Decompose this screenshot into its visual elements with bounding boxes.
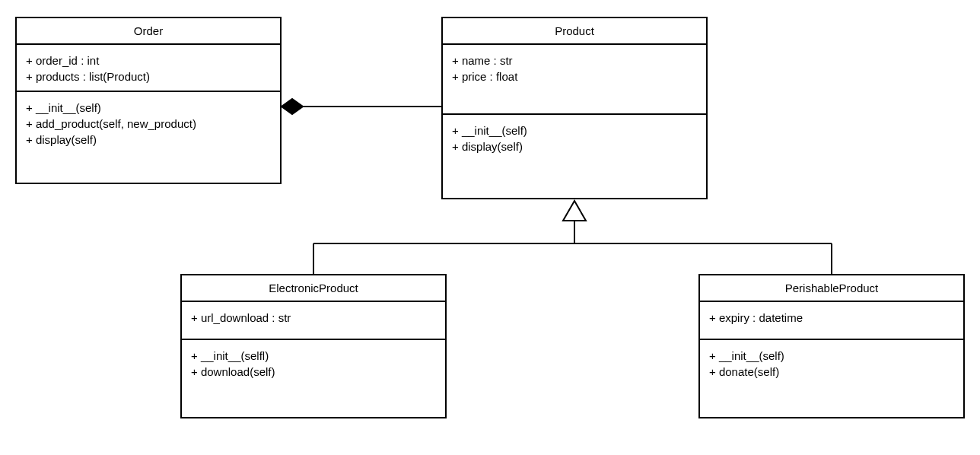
class-electronic-product: ElectronicProduct + url_download : str +… xyxy=(180,274,447,418)
class-order-attributes: + order_id : int + products : list(Produ… xyxy=(17,45,280,92)
relation-order-product-composition xyxy=(282,91,441,122)
class-order: Order + order_id : int + products : list… xyxy=(15,17,282,184)
class-perishable-title: PerishableProduct xyxy=(700,275,963,302)
method-line: + display(self) xyxy=(452,138,697,154)
method-line: + display(self) xyxy=(26,132,271,148)
method-line: + __init__(self) xyxy=(709,348,954,364)
attr-line: + order_id : int xyxy=(26,52,271,68)
class-product-attributes: + name : str + price : float xyxy=(443,45,706,115)
class-product-methods: + __init__(self) + display(self) xyxy=(443,115,706,198)
method-line: + __init__(self) xyxy=(26,100,271,116)
class-perishable-methods: + __init__(self) + donate(self) xyxy=(700,340,963,417)
class-order-title: Order xyxy=(17,18,280,45)
attr-line: + name : str xyxy=(452,52,697,68)
composition-diamond-icon xyxy=(282,99,303,114)
attr-line: + products : list(Product) xyxy=(26,68,271,84)
class-electronic-title: ElectronicProduct xyxy=(182,275,445,302)
method-line: + download(self) xyxy=(191,364,436,380)
uml-diagram-canvas: Order + order_id : int + products : list… xyxy=(0,0,980,455)
class-perishable-attributes: + expiry : datetime xyxy=(700,302,963,340)
class-electronic-attributes: + url_download : str xyxy=(182,302,445,340)
attr-line: + price : float xyxy=(452,68,697,84)
method-line: + __init__(selfl) xyxy=(191,348,436,364)
attr-line: + expiry : datetime xyxy=(709,310,954,326)
inheritance-arrow-icon xyxy=(563,201,586,221)
class-order-methods: + __init__(self) + add_product(self, new… xyxy=(17,92,280,183)
class-product: Product + name : str + price : float + _… xyxy=(441,17,708,199)
method-line: + __init__(self) xyxy=(452,123,697,138)
method-line: + donate(self) xyxy=(709,364,954,380)
class-electronic-methods: + __init__(selfl) + download(self) xyxy=(182,340,445,417)
method-line: + add_product(self, new_product) xyxy=(26,116,271,132)
class-perishable-product: PerishableProduct + expiry : datetime + … xyxy=(698,274,965,418)
attr-line: + url_download : str xyxy=(191,310,436,326)
class-product-title: Product xyxy=(443,18,706,45)
